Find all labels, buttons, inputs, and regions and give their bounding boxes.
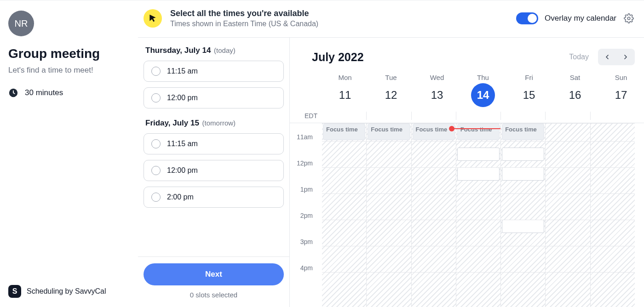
time-slot[interactable]: 12:00 pm — [144, 160, 284, 181]
available-slot[interactable] — [502, 220, 544, 233]
user-avatar: NR — [8, 11, 34, 36]
time-slot[interactable]: 12:00 pm — [144, 87, 284, 108]
calendar-day-column[interactable]: Focus time — [366, 124, 411, 307]
calendar-day-column[interactable]: Focus time — [322, 124, 366, 307]
radio-icon — [151, 139, 161, 148]
day-name: Fri — [506, 74, 552, 81]
meeting-duration: 30 minutes — [25, 88, 63, 97]
day-number: 12 — [379, 83, 403, 107]
selected-count: 0 slots selected — [144, 291, 284, 299]
overlay-toggle[interactable] — [516, 12, 538, 24]
svg-point-1 — [627, 17, 630, 20]
radio-icon — [151, 193, 161, 202]
calendar-day-column[interactable]: Focus time — [456, 124, 500, 307]
gear-icon[interactable] — [624, 13, 634, 23]
current-time-indicator — [454, 128, 500, 129]
day-column-header[interactable]: Thu14 — [460, 74, 506, 107]
day-number: 17 — [609, 83, 633, 107]
calendar-month: July 2022 — [312, 51, 364, 64]
calendar-day-column[interactable]: Focus time — [411, 124, 456, 307]
day-number: 13 — [425, 83, 449, 107]
day-heading: Thursday, July 14 (today) — [145, 46, 282, 55]
meeting-title: Group meeting — [8, 46, 130, 61]
hour-label: 3pm — [300, 238, 317, 264]
day-number: 11 — [333, 83, 357, 107]
available-slot[interactable] — [502, 167, 544, 181]
calendar-day-column[interactable] — [545, 124, 590, 307]
calendar-event[interactable]: Focus time — [368, 124, 410, 140]
day-column-header[interactable]: Fri15 — [506, 74, 552, 107]
header-title: Select all the times you're available — [170, 9, 318, 18]
radio-icon — [151, 93, 161, 102]
day-name: Tue — [368, 74, 414, 81]
hour-label: 4pm — [300, 264, 317, 290]
day-name: Wed — [414, 74, 460, 81]
radio-icon — [151, 67, 161, 76]
day-number: 15 — [517, 83, 541, 107]
hour-gridline — [322, 167, 635, 168]
overlay-label: Overlay my calendar — [545, 14, 616, 23]
time-slot-label: 12:00 pm — [167, 166, 198, 175]
day-column-header[interactable]: Sun17 — [598, 74, 644, 107]
time-slot-label: 11:15 am — [167, 67, 198, 75]
day-name: Mon — [322, 74, 368, 81]
hour-label: 1pm — [300, 186, 317, 212]
calendar-day-column[interactable] — [590, 124, 635, 307]
meeting-subtitle: Let's find a time to meet! — [8, 66, 130, 75]
hour-gridline — [322, 246, 635, 246]
brand-text: Scheduling by SavvyCal — [27, 287, 106, 296]
day-heading: Friday, July 15 (tomorrow) — [145, 119, 282, 128]
hour-label: 12pm — [297, 159, 317, 186]
header-subtitle: Times shown in Eastern Time (US & Canada… — [170, 20, 318, 28]
day-column-header[interactable]: Wed13 — [414, 74, 460, 107]
time-slot-label: 2:00 pm — [167, 193, 194, 201]
hour-label: 11am — [297, 133, 317, 159]
hour-label: 2pm — [300, 212, 317, 238]
day-number: 14 — [471, 83, 495, 107]
next-week-button[interactable] — [616, 49, 635, 65]
clock-icon — [8, 88, 18, 98]
timezone-label: EDT — [290, 112, 322, 119]
calendar-event[interactable]: Focus time — [502, 124, 544, 140]
day-number: 16 — [563, 83, 587, 107]
time-slot[interactable]: 2:00 pm — [144, 187, 284, 208]
time-slot[interactable]: 11:15 am — [144, 61, 284, 82]
hour-gridline — [322, 220, 635, 220]
available-slot[interactable] — [457, 148, 500, 161]
next-button[interactable]: Next — [144, 263, 284, 285]
day-column-header[interactable]: Tue12 — [368, 74, 414, 107]
today-button[interactable]: Today — [569, 53, 589, 61]
calendar-event[interactable]: Focus time — [457, 124, 500, 140]
available-slot[interactable] — [502, 148, 544, 161]
calendar-day-column[interactable]: Focus time — [500, 124, 545, 307]
brand-logo: S — [8, 285, 21, 298]
day-column-header[interactable]: Sat16 — [552, 74, 598, 107]
available-slot[interactable] — [457, 167, 500, 181]
day-name: Thu — [460, 74, 506, 81]
day-column-header[interactable]: Mon11 — [322, 74, 368, 107]
hour-gridline — [322, 193, 635, 194]
hour-gridline — [322, 141, 635, 142]
time-slot[interactable]: 11:15 am — [144, 133, 284, 154]
radio-icon — [151, 166, 161, 175]
time-slot-label: 11:15 am — [167, 140, 198, 148]
calendar-event[interactable]: Focus time — [323, 124, 365, 140]
day-name: Sat — [552, 74, 598, 81]
select-icon — [144, 9, 162, 28]
time-slot-label: 12:00 pm — [167, 94, 198, 102]
hour-gridline — [322, 272, 635, 273]
prev-week-button[interactable] — [598, 49, 616, 65]
day-name: Sun — [598, 74, 644, 81]
calendar-event[interactable]: Focus time — [413, 124, 455, 140]
